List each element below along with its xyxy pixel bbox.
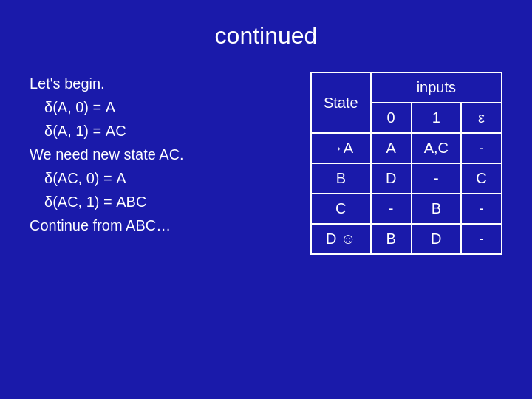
table-row: BD-C (311, 163, 502, 194)
text-line: δ(AC, 1) = ABC (30, 190, 288, 214)
col-1-header: 1 (412, 103, 461, 133)
cell-r2-c2: B (412, 194, 461, 224)
state-header: State (311, 72, 371, 133)
col-eps-header: ε (461, 103, 502, 133)
inputs-header: inputs (371, 72, 502, 103)
text-line: Continue from ABC… (30, 214, 288, 237)
text-line: Let's begin. (30, 72, 288, 95)
cell-r3-c2: D (412, 224, 461, 254)
text-line: δ(A, 0) = A (30, 95, 288, 119)
text-line: δ(A, 1) = AC (30, 119, 288, 143)
cell-r0-c1: A (371, 133, 412, 163)
cell-r1-c3: C (461, 163, 502, 194)
text-block: Let's begin.δ(A, 0) = Aδ(A, 1) = ACWe ne… (30, 72, 288, 237)
cell-r3-c1: B (371, 224, 412, 254)
cell-r2-c3: - (461, 194, 502, 224)
cell-r3-c3: - (461, 224, 502, 254)
cell-r0-c2: A,C (412, 133, 461, 163)
text-line: We need new state AC. (30, 143, 288, 166)
cell-r2-c1: - (371, 194, 412, 224)
cell-r0-c0: →A (311, 133, 371, 163)
cell-r1-c1: D (371, 163, 412, 194)
cell-r3-c0: D ☺ (311, 224, 371, 254)
content-area: Let's begin.δ(A, 0) = Aδ(A, 1) = ACWe ne… (30, 72, 502, 255)
page-title: continued (30, 22, 502, 50)
cell-r0-c3: - (461, 133, 502, 163)
cell-r1-c0: B (311, 163, 371, 194)
table-container: State inputs 0 1 ε →AAA,C-BD-CC-B-D ☺BD- (310, 72, 502, 255)
cell-r2-c0: C (311, 194, 371, 224)
text-line: δ(AC, 0) = A (30, 166, 288, 190)
col-0-header: 0 (371, 103, 412, 133)
table-row: C-B- (311, 194, 502, 224)
table-row: D ☺BD- (311, 224, 502, 254)
page: continued Let's begin.δ(A, 0) = Aδ(A, 1)… (0, 0, 532, 399)
table-row: →AAA,C- (311, 133, 502, 163)
transition-table: State inputs 0 1 ε →AAA,C-BD-CC-B-D ☺BD- (310, 72, 502, 255)
cell-r1-c2: - (412, 163, 461, 194)
